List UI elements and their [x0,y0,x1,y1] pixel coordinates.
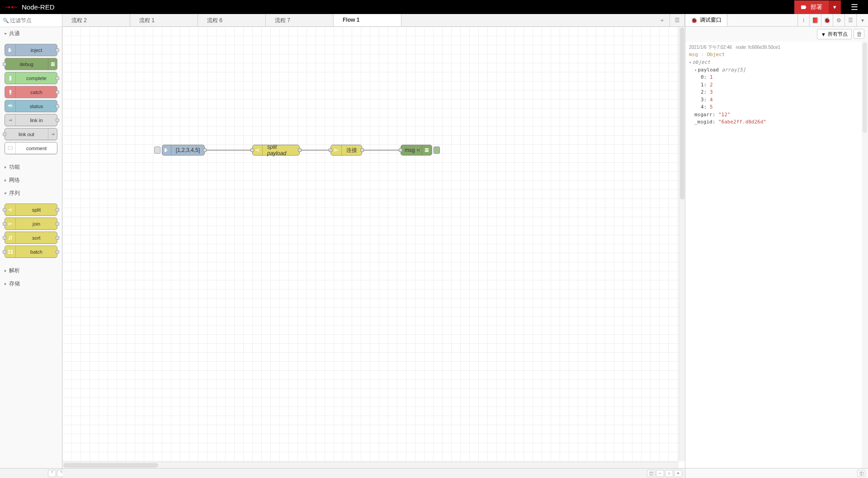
status-icon [5,100,16,112]
workspace: 流程 2 流程 1 流程 6 流程 7 Flow 1 ＋ ☰ [1,2,3,4,… [62,14,685,478]
sidebar-debug-button[interactable]: 🐞 [821,14,833,26]
sidebar-tabs: 🐞 调试窗口 i 📕 🐞 ⚙ ☰ ▾ [685,14,868,27]
palette-category-function[interactable]: 功能 [0,161,62,174]
input-port [3,62,6,66]
horizontal-scrollbar[interactable] [62,462,679,468]
sidebar-tab-debug[interactable]: 🐞 调试窗口 [685,14,727,26]
debug-filter-dropdown[interactable]: ▼ 所有节点 [817,29,852,39]
palette-node-link-out[interactable]: link out [5,128,57,140]
input-port[interactable] [329,148,332,152]
input-port [3,208,6,212]
palette-node-comment[interactable]: comment [5,142,57,154]
debug-filter-row: ▼ 所有节点 🗑 [685,27,868,42]
sort-icon [5,232,16,243]
circle-icon: ○ [668,471,670,476]
inject-icon [162,145,171,155]
palette-node-catch[interactable]: catch [5,86,57,98]
navigator-button[interactable]: ◫ [647,470,655,477]
flow-canvas[interactable]: [1,2,3,4,5] split payload 连接 [62,27,685,468]
input-port[interactable] [399,148,402,152]
flow-tab[interactable]: 流程 7 [266,14,334,26]
palette-category-common[interactable]: 共通 [0,27,62,40]
search-icon: 🔍 [3,18,9,24]
palette-panel: 🔍 共通 inject debug complete [0,14,62,478]
book-icon: 📕 [812,17,819,24]
svg-rect-13 [425,148,429,149]
input-port[interactable] [250,148,254,152]
canvas-node-inject[interactable]: [1,2,3,4,5] [162,145,205,156]
canvas-container: [1,2,3,4,5] split payload 连接 [62,27,685,468]
palette-node-sort[interactable]: sort [5,232,57,244]
canvas-node-join[interactable]: 连接 [330,145,362,156]
output-port [56,48,59,52]
svg-point-8 [9,93,11,95]
palette-category-storage[interactable]: 存储 [0,277,62,290]
palette-category-parser[interactable]: 解析 [0,264,62,277]
info-icon: i [803,17,804,24]
flow-tab[interactable]: 流程 2 [62,14,130,26]
zoom-in-button[interactable]: + [674,470,682,477]
debug-window-button[interactable]: ◫ [857,470,865,477]
output-port[interactable] [203,148,207,152]
output-port[interactable] [298,148,302,152]
app-name: Node-RED [22,3,55,11]
canvas-node-debug[interactable]: msg ▾| [401,145,432,156]
zoom-out-button[interactable]: − [656,470,664,477]
palette-node-complete[interactable]: complete [5,72,57,84]
deploy-button[interactable]: 部署 [794,0,829,14]
debug-message-tree[interactable]: object payload array[5] 0: 1 1: 2 2: 3 3… [689,59,864,126]
palette-node-batch[interactable]: batch [5,246,57,258]
debug-clear-button[interactable]: 🗑 [854,29,864,39]
debug-icon [48,58,57,70]
flow-tab-active[interactable]: Flow 1 [334,14,401,26]
link-in-icon [5,114,16,126]
chevron-down-icon: ▾ [833,4,836,10]
input-port [3,236,6,240]
canvas-node-split[interactable]: split payload [252,145,300,156]
svg-point-0 [8,6,10,8]
filter-icon: ▼ [821,32,826,37]
add-flow-button[interactable]: ＋ [655,14,670,26]
debug-message-topic: msg : Object [689,52,864,57]
inject-trigger-button[interactable] [154,147,160,154]
palette-node-status[interactable]: status [5,100,57,112]
input-port [3,133,6,136]
palette-node-debug[interactable]: debug [5,58,57,70]
output-port[interactable] [360,148,364,152]
sidebar-config-button[interactable]: ⚙ [833,14,844,26]
sidebar-info-button[interactable]: i [797,14,809,26]
batch-icon [5,246,16,257]
palette-node-join[interactable]: join [5,218,57,230]
node-red-logo-icon [5,4,18,11]
deploy-button-group: 部署 ▾ [794,0,841,14]
palette-node-split[interactable]: split [5,204,57,216]
list-icon: ☰ [848,17,853,24]
palette-node-link-in[interactable]: link in [5,114,57,126]
chevron-up-icon: ˄ [51,471,53,476]
palette-category-sequence[interactable]: 序列 [0,187,62,200]
flow-list-button[interactable]: ☰ [670,14,685,26]
output-port [56,104,59,108]
join-icon [331,145,342,155]
debug-scrollbar[interactable] [862,42,868,468]
palette-node-inject[interactable]: inject [5,44,57,56]
sidebar-context-button[interactable]: ☰ [844,14,856,26]
debug-node-link[interactable]: fc686e39.50ce1 [748,45,780,50]
debug-icon [422,145,431,155]
zoom-reset-button[interactable]: ○ [665,470,673,477]
deploy-dropdown-button[interactable]: ▾ [829,0,841,14]
palette-category-network[interactable]: 网络 [0,174,62,187]
workspace-footer: ◫ − ○ + [62,468,685,478]
debug-toggle-button[interactable] [434,147,440,154]
sidebar-help-button[interactable]: 📕 [809,14,821,26]
svg-rect-14 [425,150,429,151]
palette-search-input[interactable] [0,14,62,27]
vertical-scrollbar[interactable] [679,27,685,461]
input-port [3,250,6,254]
sidebar-dropdown-button[interactable]: ▾ [856,14,868,26]
flow-tab[interactable]: 流程 6 [198,14,266,26]
flow-tab[interactable]: 流程 1 [130,14,198,26]
main-menu-button[interactable]: ☰ [845,2,863,12]
palette-collapse-up-button[interactable]: ˄ [48,470,56,477]
palette-search-container: 🔍 [0,14,62,27]
